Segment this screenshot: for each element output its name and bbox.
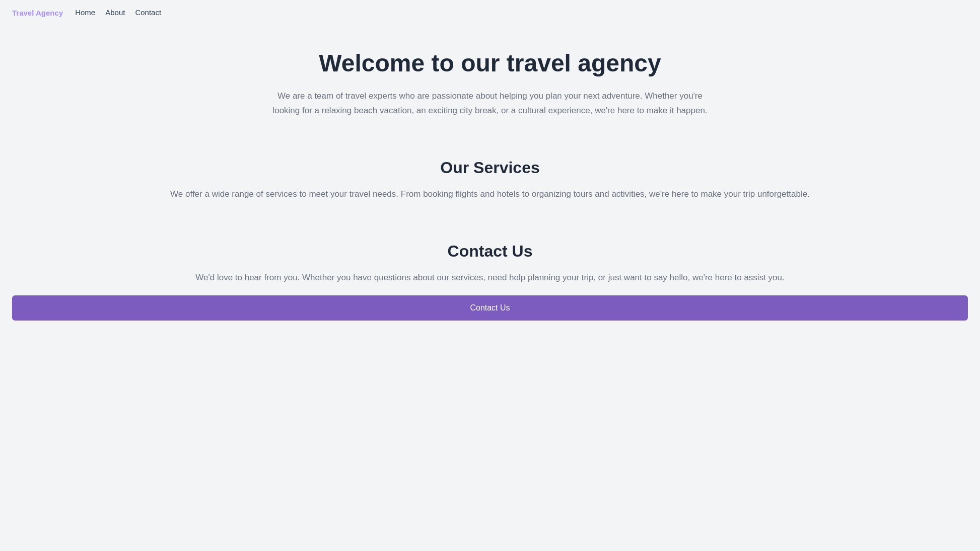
nav-item-home[interactable]: Home — [75, 8, 95, 17]
hero-title: Welcome to our travel agency — [12, 49, 968, 77]
nav-link-about[interactable]: About — [105, 8, 125, 17]
contact-section: Contact Us We'd love to hear from you. W… — [0, 222, 980, 341]
contact-title: Contact Us — [12, 242, 968, 261]
contact-button[interactable]: Contact Us — [12, 295, 968, 321]
navbar: Travel Agency Home About Contact — [0, 0, 980, 25]
services-section: Our Services We offer a wide range of se… — [0, 138, 980, 222]
nav-brand: Travel Agency — [12, 9, 63, 17]
nav-item-about[interactable]: About — [105, 8, 125, 17]
services-description: We offer a wide range of services to mee… — [12, 187, 968, 202]
hero-section: Welcome to our travel agency We are a te… — [0, 25, 980, 138]
nav-links: Home About Contact — [75, 8, 161, 17]
hero-description: We are a team of travel experts who are … — [263, 89, 717, 118]
services-title: Our Services — [12, 159, 968, 177]
nav-item-contact[interactable]: Contact — [135, 8, 161, 17]
nav-link-contact[interactable]: Contact — [135, 8, 161, 17]
contact-description: We'd love to hear from you. Whether you … — [12, 271, 968, 285]
nav-link-home[interactable]: Home — [75, 8, 95, 17]
